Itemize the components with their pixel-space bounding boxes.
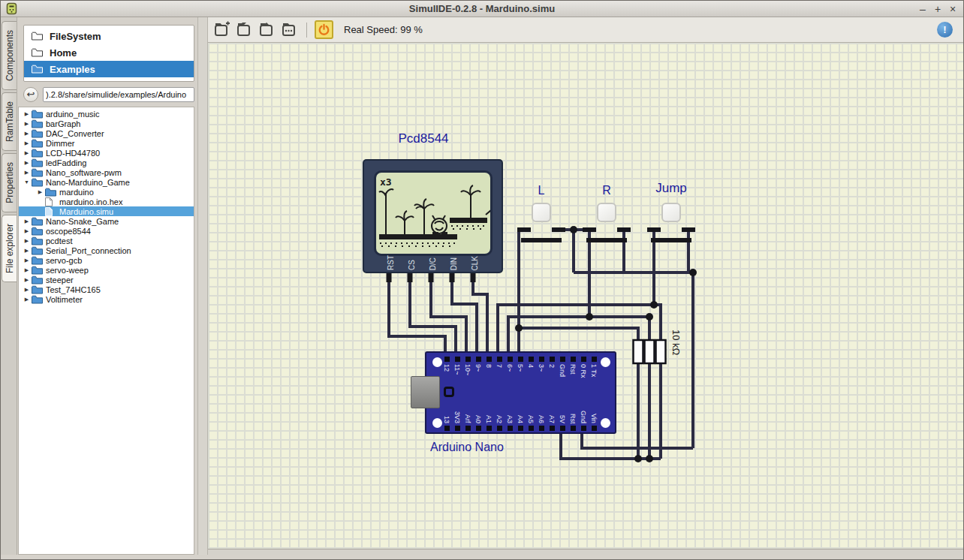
tree-item[interactable]: ▶ledFadding: [19, 158, 194, 167]
pin-pad-a3[interactable]: [508, 426, 513, 431]
path-input[interactable]: [43, 87, 194, 102]
pin-pad-a6[interactable]: [539, 426, 544, 431]
tree-item[interactable]: ▶LCD-HD44780: [19, 148, 194, 158]
pin-pad-10-[interactable]: [465, 357, 471, 362]
pin-pad-rst[interactable]: [571, 357, 576, 362]
tree-item[interactable]: ▶arduino_music: [19, 109, 194, 119]
expander-icon[interactable]: ▶: [22, 297, 32, 303]
pin-pad-2[interactable]: [550, 357, 555, 362]
pushbutton-L[interactable]: [532, 203, 551, 222]
expander-icon[interactable]: ▶: [22, 267, 32, 273]
pushbutton-L-symbol[interactable]: [517, 230, 565, 240]
tree-item[interactable]: ▶DAC_Converter: [19, 128, 194, 138]
tree-item[interactable]: ▶servo-gcb: [19, 255, 194, 265]
pin-pad-7[interactable]: [497, 357, 502, 362]
pin-pad-11-[interactable]: [455, 357, 460, 362]
tree-item[interactable]: marduino.ino.hex: [19, 197, 194, 206]
resistor-pack[interactable]: [634, 340, 666, 363]
expander-icon[interactable]: ▶: [22, 218, 32, 224]
circuit-canvas[interactable]: Pcd8544 x3: [208, 43, 963, 549]
tree-item[interactable]: Marduino.simu: [19, 206, 194, 216]
pin-pad-9-[interactable]: [476, 357, 481, 362]
tree-item[interactable]: ▼Nano-Marduino_Game: [19, 177, 194, 187]
expander-icon[interactable]: ▶: [22, 257, 32, 263]
close-button[interactable]: ×: [947, 3, 959, 15]
pin-pad-vin[interactable]: [592, 426, 597, 431]
expander-icon[interactable]: ▶: [22, 277, 32, 283]
tab-properties[interactable]: Properties: [2, 153, 17, 212]
open-circuit-button[interactable]: [235, 20, 254, 39]
expander-icon[interactable]: ▶: [22, 150, 32, 156]
tree-item[interactable]: ▶servo-weep: [19, 265, 194, 275]
pin-pad-0-rx[interactable]: [581, 357, 586, 362]
expander-icon[interactable]: ▶: [22, 170, 32, 176]
tree-item[interactable]: ▶marduino: [19, 187, 194, 197]
pin-pad-5v[interactable]: [560, 426, 565, 431]
lcd-pin-d-c[interactable]: D/C: [427, 242, 438, 270]
expander-icon[interactable]: ▶: [22, 140, 32, 146]
expander-icon[interactable]: ▶: [22, 287, 32, 293]
tree-item[interactable]: ▶Dimmer: [19, 138, 194, 148]
tree-item[interactable]: ▶Test_74HC165: [19, 285, 194, 294]
minimize-button[interactable]: –: [917, 3, 929, 15]
tab-ramtable[interactable]: RamTable: [2, 92, 17, 151]
pin-pad-a2[interactable]: [497, 426, 502, 431]
pin-pad-gnd[interactable]: [560, 357, 565, 362]
pin-pad-6-[interactable]: [508, 357, 513, 362]
pin-pad-a1[interactable]: [487, 426, 492, 431]
pin-pad-a0[interactable]: [476, 426, 481, 431]
back-button[interactable]: ↩: [23, 87, 38, 102]
tree-item[interactable]: ▶Nano_software-pwm: [19, 167, 194, 177]
save-as-circuit-button[interactable]: [280, 20, 299, 39]
pushbutton-Jump[interactable]: [661, 203, 681, 222]
pin-pad-1-tx[interactable]: [592, 357, 597, 362]
tree-item[interactable]: ▶Nano-Snake_Game: [19, 216, 194, 226]
place-filesystem[interactable]: FileSystem: [24, 28, 194, 44]
pin-pad-arf[interactable]: [465, 426, 471, 431]
maximize-button[interactable]: +: [932, 3, 944, 15]
tree-item[interactable]: ▶Voltimeter: [19, 294, 194, 304]
expander-icon[interactable]: ▶: [22, 131, 32, 137]
lcd-pin-clk[interactable]: CLK: [469, 242, 480, 270]
pin-pad-a4[interactable]: [518, 426, 523, 431]
pcd8544-lcd[interactable]: x3: [363, 159, 503, 273]
pin-pad-a5[interactable]: [529, 426, 534, 431]
save-circuit-button[interactable]: [258, 20, 276, 39]
tree-item[interactable]: ▶barGraph: [19, 119, 194, 128]
pin-pad-gnd[interactable]: [581, 426, 586, 431]
pin-pad-13[interactable]: [444, 426, 450, 431]
lcd-pin-din[interactable]: DIN: [448, 242, 459, 270]
pin-pad-5-[interactable]: [518, 357, 523, 362]
power-button[interactable]: [315, 20, 333, 39]
expander-icon[interactable]: ▶: [22, 238, 32, 244]
place-examples[interactable]: Examples: [24, 61, 194, 77]
tree-item[interactable]: ▶oscope8544: [19, 226, 194, 236]
tab-file-explorer[interactable]: File explorer: [2, 215, 17, 282]
pin-pad-12[interactable]: [444, 357, 450, 362]
new-circuit-button[interactable]: [212, 20, 231, 39]
info-button[interactable]: !: [937, 22, 953, 38]
pushbutton-R[interactable]: [597, 203, 616, 222]
pin-pad-rst[interactable]: [571, 426, 576, 431]
lcd-pin-cs[interactable]: CS: [406, 242, 417, 270]
place-home[interactable]: Home: [24, 44, 194, 61]
pin-pad-4[interactable]: [529, 357, 534, 362]
pin-pad-a7[interactable]: [550, 426, 555, 431]
expander-icon[interactable]: ▶: [22, 228, 32, 234]
expander-icon[interactable]: ▶: [22, 111, 32, 117]
expander-icon[interactable]: ▶: [35, 189, 45, 195]
lcd-pin-rst[interactable]: RST: [385, 242, 396, 270]
expander-icon[interactable]: ▶: [22, 121, 32, 127]
expander-icon[interactable]: ▼: [22, 179, 32, 185]
pin-pad-3v3[interactable]: [455, 426, 460, 431]
tab-components[interactable]: Components: [2, 21, 17, 90]
expander-icon[interactable]: ▶: [22, 160, 32, 166]
canvas-scrollbar[interactable]: [197, 17, 208, 555]
pin-pad-3-[interactable]: [539, 357, 544, 362]
pin-pad-8[interactable]: [487, 357, 492, 362]
expander-icon[interactable]: ▶: [22, 248, 32, 254]
tree-item[interactable]: ▶Serial_Port_connection: [19, 245, 194, 255]
arduino-nano-board[interactable]: 1211~10~9~876~5~43~2GndRst0 Rx1 Tx133V3A…: [425, 351, 616, 434]
tree-item[interactable]: ▶pcdtest: [19, 236, 194, 245]
tree-item[interactable]: ▶steeper: [19, 275, 194, 285]
